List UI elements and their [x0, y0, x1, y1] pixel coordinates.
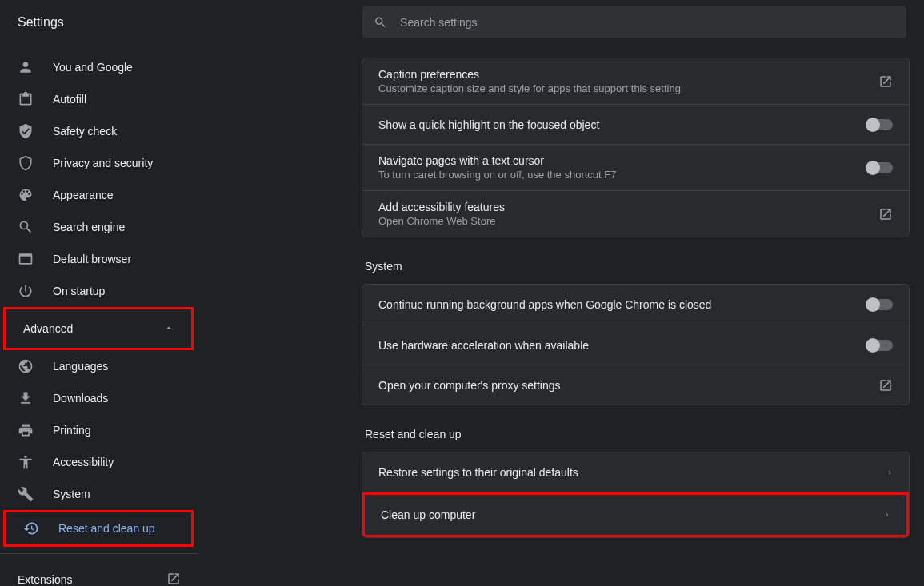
sidebar-item-label: Safety check [53, 125, 117, 138]
restore-icon [23, 520, 39, 536]
sidebar-item-printing[interactable]: Printing [0, 414, 198, 446]
row-title: Use hardware acceleration when available [378, 339, 858, 352]
sidebar-item-default-browser[interactable]: Default browser [0, 243, 198, 275]
toggle-switch[interactable] [867, 162, 893, 173]
row-background-apps[interactable]: Continue running background apps when Go… [362, 285, 909, 325]
sidebar-item-label: System [53, 488, 90, 500]
sidebar-item-on-startup[interactable]: On startup [0, 275, 198, 307]
sidebar-item-label: Printing [53, 424, 90, 437]
row-subtitle: To turn caret browsing on or off, use th… [378, 169, 858, 181]
external-link-icon [878, 207, 893, 221]
globe-icon [18, 358, 34, 374]
toggle-switch[interactable] [867, 299, 893, 310]
row-quick-highlight[interactable]: Show a quick highlight on the focused ob… [362, 104, 909, 144]
row-hardware-accel[interactable]: Use hardware acceleration when available [362, 325, 909, 365]
external-link-icon [878, 74, 893, 89]
search-icon [374, 15, 387, 30]
sidebar-item-autofill[interactable]: Autofill [0, 83, 198, 115]
sidebar-item-search-engine[interactable]: Search engine [0, 211, 198, 243]
search-box[interactable] [362, 6, 906, 38]
section-title-system: System [365, 260, 906, 273]
row-proxy-settings[interactable]: Open your computer's proxy settings [362, 365, 909, 405]
sidebar-item-languages[interactable]: Languages [0, 350, 198, 382]
sidebar-item-extensions[interactable]: Extensions [0, 560, 198, 586]
wrench-icon [18, 486, 34, 502]
row-text-cursor[interactable]: Navigate pages with a text cursor To tur… [362, 144, 909, 190]
row-title: Add accessibility features [378, 201, 869, 213]
row-title: Restore settings to their original defau… [378, 466, 877, 479]
reset-card: Restore settings to their original defau… [362, 452, 910, 538]
person-icon [18, 59, 34, 75]
row-title: Open your computer's proxy settings [378, 379, 869, 392]
header: Settings [0, 0, 924, 45]
external-link-icon [166, 572, 181, 587]
shield-icon [18, 155, 34, 171]
sidebar-item-label: Appearance [53, 189, 114, 201]
row-title: Caption preferences [378, 68, 869, 81]
chevron-right-icon [886, 468, 893, 477]
row-title: Clean up computer [381, 508, 874, 521]
browser-icon [18, 251, 34, 267]
sidebar: You and Google Autofill Safety check Pri… [0, 45, 198, 586]
sidebar-item-label: On startup [53, 285, 105, 297]
download-icon [18, 390, 34, 406]
sidebar-item-safety-check[interactable]: Safety check [0, 115, 198, 147]
chevron-up-icon [164, 322, 174, 335]
row-title: Continue running background apps when Go… [378, 298, 858, 311]
sidebar-item-system[interactable]: System [0, 478, 198, 510]
accessibility-card: Caption preferences Customize caption si… [362, 58, 910, 237]
clipboard-icon [18, 91, 34, 107]
external-link-icon [878, 378, 893, 393]
sidebar-item-accessibility[interactable]: Accessibility [0, 446, 198, 478]
row-caption-preferences[interactable]: Caption preferences Customize caption si… [362, 58, 909, 104]
main-content: Caption preferences Customize caption si… [198, 45, 924, 586]
sidebar-item-label: Languages [53, 360, 108, 373]
sidebar-item-label: Default browser [53, 253, 131, 265]
sidebar-item-label: Downloads [53, 392, 108, 405]
divider [0, 553, 198, 554]
sidebar-item-privacy[interactable]: Privacy and security [0, 147, 198, 179]
sidebar-item-label: Extensions [18, 573, 72, 586]
row-clean-up-computer[interactable]: Clean up computer [365, 495, 906, 535]
row-subtitle: Open Chrome Web Store [378, 215, 869, 227]
search-input[interactable] [400, 16, 895, 29]
power-icon [18, 283, 34, 299]
chevron-right-icon [884, 510, 890, 520]
toggle-switch[interactable] [867, 119, 893, 130]
row-add-accessibility[interactable]: Add accessibility features Open Chrome W… [362, 190, 909, 237]
sidebar-item-label: Search engine [53, 221, 125, 233]
sidebar-item-label: You and Google [53, 61, 133, 74]
section-title-reset: Reset and clean up [365, 428, 906, 440]
toggle-switch[interactable] [867, 340, 893, 351]
sidebar-item-label: Autofill [53, 93, 86, 106]
row-subtitle: Customize caption size and style for app… [378, 82, 869, 94]
system-card: Continue running background apps when Go… [362, 284, 910, 405]
accessibility-icon [18, 454, 34, 470]
section-label: Advanced [23, 322, 73, 335]
search-icon [18, 219, 34, 235]
sidebar-item-downloads[interactable]: Downloads [0, 382, 198, 414]
row-restore-defaults[interactable]: Restore settings to their original defau… [362, 452, 909, 492]
shield-check-icon [18, 123, 34, 139]
row-title: Show a quick highlight on the focused ob… [378, 118, 858, 131]
sidebar-item-you-and-google[interactable]: You and Google [0, 51, 198, 83]
sidebar-item-label: Privacy and security [53, 157, 153, 169]
sidebar-item-label: Reset and clean up [58, 522, 155, 535]
palette-icon [18, 187, 34, 203]
sidebar-section-advanced[interactable]: Advanced [6, 309, 191, 348]
printer-icon [18, 422, 34, 438]
row-title: Navigate pages with a text cursor [378, 154, 858, 167]
page-title: Settings [18, 15, 64, 30]
sidebar-item-reset[interactable]: Reset and clean up [6, 512, 191, 544]
sidebar-item-appearance[interactable]: Appearance [0, 179, 198, 211]
sidebar-item-label: Accessibility [53, 456, 114, 468]
